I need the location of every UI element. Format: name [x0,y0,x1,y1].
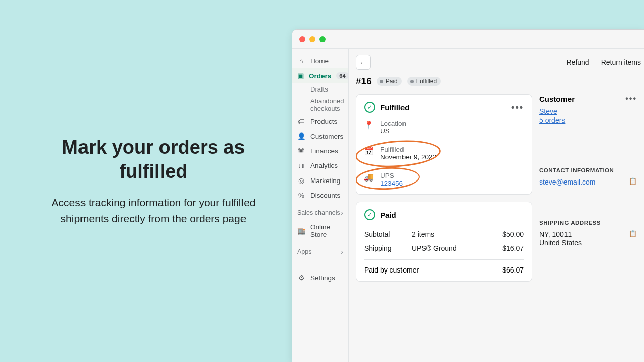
customer-orders-link[interactable]: 5 orders [539,116,637,124]
carrier-label: UPS [380,172,403,179]
clipboard-icon[interactable]: 📋 [629,230,637,237]
nav-abandoned[interactable]: Abandoned checkouts [292,95,348,114]
tag-icon: 🏷 [297,118,305,125]
fulfilled-date-label: Fulfilled [380,146,436,153]
user-icon: 👤 [297,132,305,140]
sales-channels-header[interactable]: Sales channels› [292,203,348,220]
close-dot-icon[interactable] [299,36,305,42]
target-icon: ◎ [297,176,305,185]
paid-card: ✓ Paid Subtotal 2 items $50.00 Shipping [356,202,532,282]
nav-finances[interactable]: 🏛Finances [292,144,348,158]
back-button[interactable]: ← [356,55,371,70]
chevron-right-icon: › [341,209,343,217]
fulfilled-card: ✓ Fulfilled ••• 📍 Location US [356,94,532,195]
nav-settings-label: Settings [310,274,335,282]
check-circle-icon: ✓ [364,209,375,220]
calendar-icon: 📅 [364,146,373,156]
fulfilled-pill: Fulfilled [407,77,441,86]
nav-orders-label: Orders [309,72,331,80]
main-content: ← Refund Return items #16 Paid Fulfilled… [349,49,644,362]
return-items-button[interactable]: Return items [598,56,644,68]
fulfilled-title: Fulfilled [380,103,410,112]
chevron-right-icon: › [341,248,343,256]
customer-email-link[interactable]: steve@email.com [539,178,595,186]
paid-by-label: Paid by customer [364,266,419,274]
nav-home[interactable]: ⌂Home [292,54,348,68]
arrow-left-icon: ← [360,58,367,67]
shipping-amount: $16.07 [502,244,524,252]
orders-badge: 64 [336,72,348,79]
shipping-address-label: SHIPPING ADDRESS [539,220,637,226]
subtotal-amount: $50.00 [502,230,524,238]
bank-icon: 🏛 [297,147,305,155]
location-value: US [380,127,406,135]
minimize-dot-icon[interactable] [309,36,315,42]
nav-customers-label: Customers [310,133,343,140]
nav-online-store[interactable]: 🏬Online Store [292,220,348,242]
nav-analytics[interactable]: ⫾⫾Analytics [292,158,348,173]
refund-button[interactable]: Refund [563,56,592,68]
nav-products[interactable]: 🏷Products [292,114,348,129]
zoom-dot-icon[interactable] [319,36,326,42]
nav-online-store-label: Online Store [310,223,343,238]
nav-customers[interactable]: 👤Customers [292,129,348,144]
shipping-method: UPS® Ground [412,244,502,252]
nav-finances-label: Finances [310,147,338,155]
nav-discounts[interactable]: %Discounts [292,188,348,203]
home-icon: ⌂ [297,57,305,65]
card-more-button[interactable]: ••• [511,102,524,113]
customer-name-link[interactable]: Steve [539,107,637,115]
paid-pill: Paid [377,77,402,86]
tracking-link[interactable]: 123456 [380,179,403,187]
app-window: ⌂Home ▣Orders64 Drafts Abandoned checkou… [292,29,644,362]
nav-marketing-label: Marketing [310,177,340,185]
sales-channels-label: Sales channels [297,209,340,216]
order-number: #16 [356,76,372,87]
gear-icon: ⚙ [297,274,305,282]
check-circle-icon: ✓ [364,102,375,113]
nav-orders[interactable]: ▣Orders64 [292,68,348,83]
fulfilled-date-value: November 9, 2022 [380,153,436,161]
paid-title: Paid [380,211,396,219]
mac-titlebar [292,30,644,49]
nav-drafts[interactable]: Drafts [292,83,348,95]
nav-home-label: Home [310,57,329,65]
truck-icon: 🚚 [364,172,373,182]
percent-icon: % [297,192,305,199]
nav-products-label: Products [310,118,337,125]
store-icon: 🏬 [297,227,305,235]
contact-info-label: CONTACT INFORMATION [539,167,637,173]
nav-marketing[interactable]: ◎Marketing [292,173,348,188]
chart-icon: ⫾⫾ [297,162,305,169]
clipboard-icon[interactable]: 📋 [629,177,637,185]
shipping-label: Shipping [364,244,412,252]
customer-title: Customer [539,95,575,103]
orders-icon: ▣ [297,72,304,80]
nav-settings[interactable]: ⚙Settings [292,270,348,285]
customer-more-button[interactable]: ••• [625,94,637,103]
apps-label: Apps [297,248,312,255]
apps-header[interactable]: Apps› [292,242,348,259]
shipping-addr-line1: NY, 10011 [539,230,572,238]
nav-discounts-label: Discounts [310,192,340,199]
nav-analytics-label: Analytics [310,162,338,169]
subtotal-label: Subtotal [364,230,412,238]
total-amount: $66.07 [502,266,524,274]
marketing-headline: Mark your orders as fulfilled [45,136,262,184]
sidebar: ⌂Home ▣Orders64 Drafts Abandoned checkou… [292,49,349,362]
marketing-sub: Access tracking information for your ful… [45,195,262,226]
location-label: Location [380,120,406,127]
pin-icon: 📍 [364,120,373,130]
shipping-addr-line2: United States [539,239,637,247]
subtotal-qty: 2 items [412,230,502,238]
